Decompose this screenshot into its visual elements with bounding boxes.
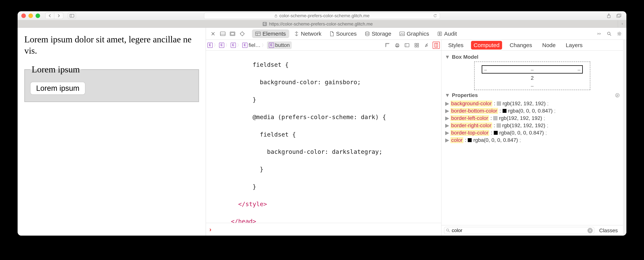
- crumb-1[interactable]: E: [219, 43, 224, 48]
- page-paragraph: Lorem ipsum dolor sit amet, legere ancil…: [24, 34, 199, 56]
- grid-overlay-icon[interactable]: [413, 42, 420, 49]
- close-devtools-button[interactable]: [209, 30, 217, 38]
- svg-rect-20: [438, 32, 442, 36]
- tab-computed[interactable]: Computed: [471, 41, 502, 50]
- dock-bottom-icon[interactable]: [219, 30, 227, 38]
- tab-elements-label: Elements: [262, 31, 286, 37]
- filter-bar: ✕ Classes: [442, 225, 623, 236]
- overflow-icon[interactable]: [595, 30, 603, 38]
- rulers-icon[interactable]: [384, 42, 391, 49]
- property-row[interactable]: ▶border-bottom-color: rgba(0, 0, 0, 0.84…: [445, 107, 620, 114]
- box-model-header[interactable]: ▼Box Model: [445, 54, 620, 60]
- svg-rect-28: [405, 44, 407, 47]
- tab-network[interactable]: Network: [291, 30, 325, 38]
- crumb-2[interactable]: E: [231, 43, 236, 48]
- share-button[interactable]: [605, 13, 612, 19]
- element-picker-icon[interactable]: [238, 30, 246, 38]
- property-row[interactable]: ▶border-top-color: rgba(0, 0, 0, 0.847);: [445, 129, 620, 136]
- browser-tab[interactable]: C https://color-scheme-prefers-color-sch…: [18, 21, 618, 27]
- new-tab-button[interactable]: ＋: [618, 20, 626, 28]
- tab-audit[interactable]: Audit: [434, 30, 460, 38]
- close-window-button[interactable]: [21, 14, 26, 18]
- tab-elements[interactable]: Elements: [252, 30, 289, 38]
- tab-storage[interactable]: Storage: [362, 30, 395, 38]
- favicon: C: [263, 22, 267, 26]
- svg-rect-5: [618, 14, 621, 17]
- tab-graphics-label: Graphics: [406, 31, 429, 37]
- sidebar-toggle-button[interactable]: [68, 13, 76, 19]
- breadcrumb-actions: [384, 42, 440, 49]
- tab-styles[interactable]: Styles: [446, 41, 466, 50]
- property-row[interactable]: ▶color: rgba(0, 0, 0, 0.847);: [445, 136, 620, 144]
- crumb-3[interactable]: Efiel…: [242, 42, 260, 48]
- zoom-window-button[interactable]: [36, 14, 40, 18]
- dom-tree[interactable]: fieldset { background-color: gainsboro; …: [206, 51, 441, 223]
- crumb-0[interactable]: E: [208, 43, 213, 48]
- forward-button[interactable]: [54, 13, 63, 19]
- clear-filter-button[interactable]: ✕: [588, 228, 593, 233]
- safari-window: color-scheme-prefers-color-scheme.glitch…: [18, 11, 626, 236]
- graphics-icon: [400, 32, 405, 36]
- property-row[interactable]: ▶background-color: rgb(192, 192, 192);: [445, 100, 620, 107]
- settings-gear-icon[interactable]: [615, 30, 624, 38]
- audit-icon: [437, 31, 442, 36]
- sources-icon: [330, 31, 334, 36]
- toolbar-actions: [605, 13, 623, 19]
- devtools: Elements Network Sources Storage Graphic…: [206, 28, 626, 236]
- dom-breadcrumb: E〉 E〉 E〉 Efiel…〉 Ebutton: [206, 40, 441, 51]
- properties-menu-icon[interactable]: [615, 93, 620, 97]
- svg-rect-19: [400, 32, 404, 36]
- demo-form: Lorem ipsum Lorem ipsum: [24, 64, 199, 102]
- svg-rect-32: [417, 46, 418, 47]
- devtools-main: E〉 E〉 E〉 Efiel…〉 Ebutton: [206, 40, 626, 236]
- details-sidebar: Styles Computed Changes Node Layers ▼Box…: [442, 40, 623, 236]
- rendered-page: Lorem ipsum dolor sit amet, legere ancil…: [18, 28, 206, 236]
- scrollbar[interactable]: [623, 40, 626, 236]
- filter-icon: [446, 228, 450, 232]
- print-styles-icon[interactable]: [394, 42, 401, 49]
- tabs-button[interactable]: [615, 13, 623, 19]
- dock-side-icon[interactable]: [228, 30, 237, 38]
- demo-button[interactable]: Lorem ipsum: [30, 82, 85, 95]
- tab-changes[interactable]: Changes: [507, 41, 535, 50]
- property-row[interactable]: ▶border-right-color: rgb(192, 192, 192);: [445, 122, 620, 129]
- elements-icon: [255, 32, 260, 36]
- back-button[interactable]: [45, 13, 54, 19]
- paint-flash-icon[interactable]: [423, 42, 430, 49]
- storage-icon: [365, 31, 370, 36]
- svg-rect-9: [231, 33, 234, 35]
- property-row[interactable]: ▶border-left-color: rgb(192, 192, 192);: [445, 114, 620, 122]
- svg-rect-6: [220, 32, 225, 36]
- box-model-diagram: – – – 2 –: [474, 62, 590, 90]
- console-drawer[interactable]: ›: [206, 223, 441, 236]
- properties-header[interactable]: ▼Properties: [445, 92, 620, 98]
- url-text: color-scheme-prefers-color-scheme.glitch…: [279, 13, 369, 18]
- elements-pane: E〉 E〉 E〉 Efiel…〉 Ebutton: [206, 40, 442, 236]
- color-scheme-icon[interactable]: [404, 42, 410, 49]
- svg-rect-29: [415, 43, 416, 45]
- tab-graphics[interactable]: Graphics: [396, 30, 432, 38]
- svg-point-18: [366, 32, 369, 33]
- network-icon: [294, 31, 299, 36]
- address-bar[interactable]: color-scheme-prefers-color-scheme.glitch…: [204, 13, 440, 19]
- traffic-lights: [21, 14, 40, 18]
- svg-point-39: [446, 229, 449, 231]
- reload-icon[interactable]: [434, 14, 437, 18]
- search-devtools-icon[interactable]: [605, 30, 613, 38]
- tab-sources[interactable]: Sources: [326, 30, 360, 38]
- console-prompt-icon: ›: [209, 226, 211, 233]
- filter-input[interactable]: [444, 227, 594, 234]
- tab-storage-label: Storage: [372, 31, 391, 37]
- tab-node[interactable]: Node: [540, 41, 558, 50]
- svg-point-10: [240, 32, 244, 36]
- svg-point-21: [608, 32, 610, 35]
- content-area: Lorem ipsum dolor sit amet, legere ancil…: [18, 28, 626, 236]
- compositing-borders-icon[interactable]: [433, 42, 440, 49]
- svg-rect-0: [70, 14, 74, 17]
- svg-line-40: [448, 231, 450, 232]
- minimize-window-button[interactable]: [28, 14, 33, 18]
- tab-layers[interactable]: Layers: [563, 41, 585, 50]
- crumb-4[interactable]: Ebutton: [267, 42, 292, 49]
- classes-button[interactable]: Classes: [596, 227, 620, 233]
- computed-body: ▼Box Model – – – 2 –: [442, 51, 623, 225]
